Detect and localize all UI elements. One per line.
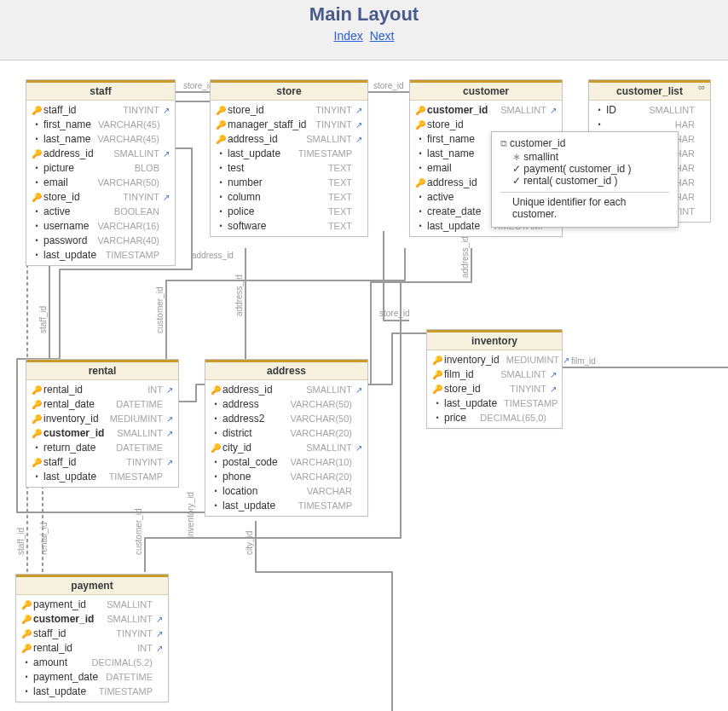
column-row[interactable]: staff_idTINYINT [26,103,175,118]
column-row[interactable]: IDSMALLINT [589,103,710,118]
bullet-icon [30,177,43,189]
column-type: SMALLINT [494,368,546,381]
column-row[interactable]: rental_dateDATETIME [26,397,178,412]
fk-icon [352,118,362,131]
column-row[interactable]: policeTEXT [211,205,367,219]
column-name: postal_code [222,456,283,469]
column-row[interactable]: store_idTINYINT [26,190,175,205]
column-type: DECIMAL(5,2) [84,656,153,669]
column-row[interactable]: film_idSMALLINT [427,367,562,382]
key-icon [30,192,43,204]
column-name: store_id [444,383,503,396]
column-row[interactable]: store_idTINYINT [427,382,562,396]
column-row[interactable]: store_idTINYINT [211,103,367,118]
svg-text:staff_id: staff_id [16,528,26,555]
column-row[interactable]: pictureBLOB [26,161,175,176]
column-row[interactable]: address2VARCHAR(50) [205,412,367,426]
column-name: ID [606,104,642,117]
entity-inventory[interactable]: inventory inventory_idMEDIUMINTfilm_idSM… [426,329,563,429]
column-row[interactable]: last_updateTIMESTAMP [211,147,367,161]
fk-icon [163,413,173,425]
column-row[interactable]: postal_codeVARCHAR(10) [205,455,367,470]
column-row[interactable]: emailVARCHAR(50) [26,176,175,190]
bullet-icon [214,221,228,233]
column-row[interactable]: address_idSMALLINT [211,132,367,147]
column-row[interactable]: manager_staff_idTINYINT [211,118,367,132]
column-row[interactable]: testTEXT [211,161,367,176]
column-row[interactable]: inventory_idMEDIUMINT [427,353,562,367]
column-row[interactable]: last_updateTIMESTAMP [205,499,367,513]
column-row[interactable]: amountDECIMAL(5,2) [16,656,168,670]
entity-staff[interactable]: staff staff_idTINYINTfirst_nameVARCHAR(4… [26,79,176,266]
column-row[interactable]: locationVARCHAR [205,484,367,499]
bullet-icon [20,672,33,684]
bullet-icon [214,206,228,218]
bullet-icon [30,134,43,146]
column-row[interactable]: address_idSMALLINT [26,147,175,161]
column-row[interactable]: customer_idSMALLINT [26,426,178,441]
column-row[interactable]: columnTEXT [211,190,367,205]
column-type: SMALLINT [299,442,352,454]
entity-payment[interactable]: payment payment_idSMALLINTcustomer_idSMA… [15,574,169,702]
entity-rental[interactable]: rental rental_idINTrental_dateDATETIMEin… [26,359,179,488]
fk-icon [546,104,557,117]
column-row[interactable]: last_updateTIMESTAMP [26,248,175,263]
column-row[interactable]: rental_idINT [16,641,168,656]
column-row[interactable]: activeBOOLEAN [26,205,175,219]
column-row[interactable]: softwareTEXT [211,219,367,234]
column-row[interactable]: address_idSMALLINT [205,383,367,397]
column-type: TINYINT [109,627,153,640]
column-row[interactable]: usernameVARCHAR(16) [26,219,175,234]
entity-address[interactable]: address address_idSMALLINTaddressVARCHAR… [205,359,368,517]
column-row[interactable]: staff_idTINYINT [16,627,168,641]
column-row[interactable]: last_updateTIMESTAMP [427,396,562,411]
column-row[interactable]: phoneVARCHAR(20) [205,470,367,484]
column-type: SMALLINT [110,427,163,440]
column-row[interactable]: priceDECIMAL(65,0) [427,411,562,425]
bullet-icon [209,486,222,498]
column-name: inventory_id [444,354,500,367]
column-row[interactable]: last_nameVARCHAR(45) [26,132,175,147]
column-name: city_id [222,442,299,454]
column-row[interactable]: districtVARCHAR(20) [205,426,367,441]
link-next[interactable]: Next [370,29,395,43]
column-row[interactable]: return_dateDATETIME [26,441,178,455]
column-name: active [43,205,107,218]
column-row[interactable]: rental_idINT [26,383,178,397]
column-name: phone [222,471,283,483]
column-row[interactable]: staff_idTINYINT [26,455,178,470]
column-row[interactable]: payment_idSMALLINT [16,598,168,612]
diagram-canvas[interactable]: store_id store_id address_id address_id … [0,60,728,711]
entity-header: store [211,80,367,101]
key-icon [20,628,33,640]
column-row[interactable]: customer_idSMALLINT [410,103,562,118]
column-row[interactable]: addressVARCHAR(50) [205,397,367,412]
column-name: staff_id [43,456,119,469]
column-type: TINYINT [116,191,159,204]
column-name: address [222,398,283,411]
column-row[interactable]: payment_dateDATETIME [16,670,168,685]
column-row[interactable]: last_updateTIMESTAMP [26,470,178,484]
column-row[interactable]: first_nameVARCHAR(45) [26,118,175,132]
column-type: BOOLEAN [107,205,159,218]
column-row[interactable]: customer_idSMALLINT [16,612,168,627]
entity-store[interactable]: store store_idTINYINTmanager_staff_idTIN… [210,79,368,237]
column-row[interactable]: HAR [589,118,710,132]
column-type: INT [130,642,153,655]
column-row[interactable]: inventory_idMEDIUMINT [26,412,178,426]
svg-text:address_id: address_id [234,275,244,316]
bullet-icon [214,148,228,160]
column-row[interactable]: city_idSMALLINT [205,441,367,455]
svg-text:customer_id: customer_id [134,509,143,555]
link-index[interactable]: Index [334,29,363,43]
bullet-icon [30,119,43,131]
column-type: SMALLINT [107,147,159,160]
column-row[interactable]: numberTEXT [211,176,367,190]
svg-text:address_id: address_id [460,236,470,278]
column-type: TINYINT [309,104,352,117]
column-row[interactable]: last_updateTIMESTAMP [16,685,168,699]
fk-icon [352,442,362,454]
svg-text:rental_id: rental_id [39,523,49,555]
column-row[interactable]: passwordVARCHAR(40) [26,234,175,248]
column-row[interactable]: store_id [410,118,562,132]
